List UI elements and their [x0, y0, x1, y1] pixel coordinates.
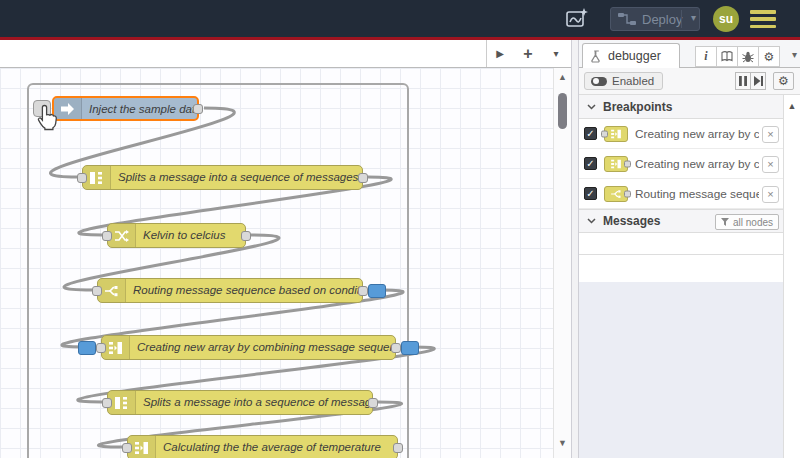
input-port[interactable]: [122, 443, 132, 453]
messages-empty-list: [579, 282, 783, 458]
scrollbar-thumb[interactable]: [558, 93, 567, 129]
settings-tab-button[interactable]: ⚙: [758, 46, 780, 67]
message-filter-button[interactable]: all nodes: [715, 214, 779, 230]
debug-tab-button[interactable]: [737, 46, 759, 67]
sidebar-menu-caret-icon[interactable]: ▾: [792, 49, 797, 60]
pause-icon: [739, 76, 747, 86]
split-node-icon: [108, 391, 136, 414]
breakpoint-checkbox[interactable]: ✓: [584, 157, 597, 170]
main-menu-icon[interactable]: [750, 10, 776, 28]
output-port[interactable]: [358, 173, 368, 183]
node-switch[interactable]: Routing message sequence based on condit…: [97, 278, 363, 303]
breakpoint-row[interactable]: ✓ Creating new array by combining messag…: [579, 149, 783, 179]
mouse-pointer-icon: [36, 104, 60, 131]
tab-debugger[interactable]: debugger: [582, 43, 680, 68]
output-port[interactable]: [368, 398, 378, 408]
join-node-icon: [102, 336, 130, 359]
node-join-2[interactable]: Calculating the the average of temperatu…: [127, 435, 398, 458]
node-split-1[interactable]: Splits a message into a sequence of mess…: [82, 165, 363, 190]
flow-list-caret-icon[interactable]: ▾: [547, 48, 565, 59]
node-label: Splits a message into a sequence of mess…: [112, 166, 362, 189]
deploy-label: Deploy: [642, 12, 682, 27]
filter-funnel-icon: [721, 218, 729, 226]
sidebar-splitter[interactable]: [571, 40, 579, 458]
app-header: Deploy ▾ su: [0, 0, 800, 37]
join-node-icon: [128, 436, 156, 458]
help-tab-button[interactable]: [716, 46, 738, 67]
canvas-vertical-scrollbar[interactable]: ▲ ▼: [553, 68, 571, 458]
debugger-settings-button[interactable]: ⚙: [773, 72, 794, 90]
node-change[interactable]: Kelvin to celcius: [107, 223, 246, 248]
filter-label: all nodes: [733, 217, 773, 228]
flow-assistant-glyph: [565, 7, 589, 31]
scroll-up-icon[interactable]: ▲: [554, 72, 571, 82]
flask-icon: [591, 50, 602, 63]
debugger-step-controls: [736, 72, 766, 90]
output-port[interactable]: [241, 231, 251, 241]
gear-icon: ⚙: [778, 74, 789, 88]
step-button[interactable]: [750, 72, 766, 90]
input-port-icon: [601, 131, 608, 138]
output-port[interactable]: [393, 443, 403, 453]
info-tab-button[interactable]: i: [695, 46, 717, 67]
breakpoint-label: Creating new array by combining message …: [635, 119, 759, 148]
info-icon: i: [704, 49, 707, 64]
deploy-icon: [618, 12, 636, 26]
node-join-1[interactable]: Creating new array by combining message …: [101, 335, 396, 360]
flow-tab-tools: ▶ + ▾: [486, 40, 569, 67]
join-node-mini-icon: [604, 126, 628, 142]
node-label: Splits a message into a sequence of mess…: [137, 391, 372, 414]
remove-breakpoint-button[interactable]: ×: [762, 186, 779, 203]
output-port[interactable]: [391, 343, 401, 353]
messages-toolbar-strip: [579, 233, 783, 255]
debugger-enabled-toggle[interactable]: Enabled: [584, 72, 663, 90]
flow-canvas[interactable]: Inject the sample data Splits a message …: [0, 68, 553, 458]
pause-button[interactable]: [735, 72, 751, 90]
output-breakpoint-marker[interactable]: [368, 284, 386, 298]
sidebar-tabbar: debugger i ⚙: [579, 40, 800, 68]
chevron-down-icon: [587, 104, 596, 110]
sidebar-scrollbar[interactable]: ▲: [783, 95, 800, 458]
tab-scroll-icon[interactable]: ▶: [491, 48, 509, 59]
breakpoint-checkbox[interactable]: ✓: [584, 127, 597, 140]
add-flow-button[interactable]: +: [519, 45, 537, 63]
output-port[interactable]: [193, 104, 203, 114]
scroll-down-icon[interactable]: ▼: [554, 438, 571, 448]
breakpoint-row[interactable]: ✓ Creating new array by combining messag…: [579, 119, 783, 149]
input-port[interactable]: [102, 231, 112, 241]
scroll-up-icon[interactable]: ▲: [784, 101, 800, 111]
output-port[interactable]: [358, 286, 368, 296]
tab-debugger-label: debugger: [608, 49, 661, 63]
sidebar: debugger i ⚙: [579, 40, 800, 458]
input-port[interactable]: [102, 398, 112, 408]
toggle-on-icon: [591, 77, 607, 86]
breakpoints-section-header[interactable]: Breakpoints: [579, 95, 783, 119]
main-area: ▶ + ▾ Inject the sample data: [0, 40, 800, 458]
workspace-column: ▶ + ▾ Inject the sample data: [0, 40, 571, 458]
flow-assistant-icon[interactable]: [564, 7, 590, 31]
change-node-icon: [108, 224, 136, 247]
node-split-2[interactable]: Splits a message into a sequence of mess…: [107, 390, 373, 415]
breakpoint-checkbox[interactable]: ✓: [584, 187, 597, 200]
switch-node-mini-icon: [604, 186, 628, 202]
input-port[interactable]: [77, 173, 87, 183]
deploy-button[interactable]: Deploy ▾: [610, 7, 700, 31]
breakpoint-row[interactable]: ✓ Routing message sequence based on cond…: [579, 179, 783, 209]
step-forward-icon: [754, 76, 763, 86]
enabled-label: Enabled: [612, 75, 654, 87]
input-port[interactable]: [92, 286, 102, 296]
remove-breakpoint-button[interactable]: ×: [762, 126, 779, 143]
user-avatar[interactable]: su: [713, 6, 739, 32]
debugger-panel: Breakpoints ✓ Creating new array by comb…: [579, 95, 783, 458]
node-label: Routing message sequence based on condit…: [127, 279, 362, 302]
breakpoint-label: Creating new array by combining message …: [635, 149, 759, 178]
output-breakpoint-marker[interactable]: [401, 341, 419, 355]
deploy-caret-icon[interactable]: ▾: [691, 12, 696, 23]
input-port[interactable]: [96, 343, 106, 353]
messages-section-header[interactable]: Messages all nodes: [579, 209, 783, 233]
bug-icon: [742, 51, 754, 63]
input-breakpoint-marker[interactable]: [78, 341, 96, 355]
node-inject[interactable]: Inject the sample data: [52, 96, 199, 121]
messages-title: Messages: [603, 214, 660, 228]
remove-breakpoint-button[interactable]: ×: [762, 156, 779, 173]
